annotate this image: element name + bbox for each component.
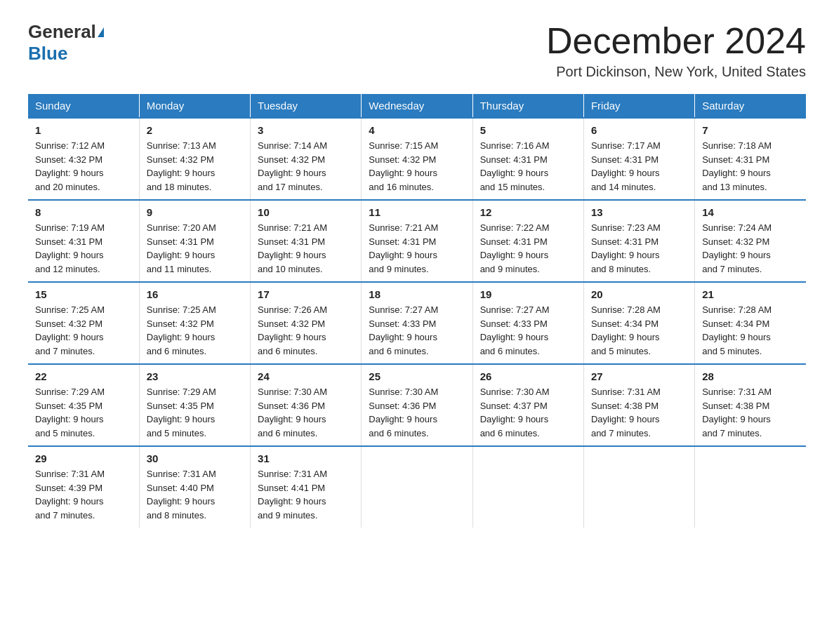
day-info: Sunrise: 7:25 AM Sunset: 4:32 PM Dayligh…: [35, 303, 132, 358]
day-number: 9: [147, 206, 243, 218]
day-info: Sunrise: 7:16 AM Sunset: 4:31 PM Dayligh…: [480, 139, 576, 194]
logo-general-text: General: [28, 21, 96, 43]
calendar-cell: [472, 446, 583, 528]
day-info: Sunrise: 7:28 AM Sunset: 4:34 PM Dayligh…: [591, 303, 687, 358]
day-info: Sunrise: 7:21 AM Sunset: 4:31 PM Dayligh…: [369, 221, 465, 276]
day-number: 6: [591, 124, 687, 136]
day-info: Sunrise: 7:31 AM Sunset: 4:41 PM Dayligh…: [258, 467, 354, 522]
day-number: 15: [35, 288, 132, 300]
day-info: Sunrise: 7:29 AM Sunset: 4:35 PM Dayligh…: [147, 385, 243, 440]
day-info: Sunrise: 7:25 AM Sunset: 4:32 PM Dayligh…: [147, 303, 243, 358]
day-info: Sunrise: 7:31 AM Sunset: 4:40 PM Dayligh…: [147, 467, 243, 522]
day-number: 17: [258, 288, 354, 300]
day-info: Sunrise: 7:24 AM Sunset: 4:32 PM Dayligh…: [702, 221, 799, 276]
day-info: Sunrise: 7:14 AM Sunset: 4:32 PM Dayligh…: [258, 139, 354, 194]
calendar-cell: 25Sunrise: 7:30 AM Sunset: 4:36 PM Dayli…: [362, 364, 472, 446]
calendar-cell: 3Sunrise: 7:14 AM Sunset: 4:32 PM Daylig…: [251, 118, 362, 200]
calendar-week-row: 15Sunrise: 7:25 AM Sunset: 4:32 PM Dayli…: [28, 282, 806, 364]
calendar-cell: 2Sunrise: 7:13 AM Sunset: 4:32 PM Daylig…: [139, 118, 250, 200]
calendar-cell: 28Sunrise: 7:31 AM Sunset: 4:38 PM Dayli…: [695, 364, 806, 446]
weekday-header-wednesday: Wednesday: [362, 94, 472, 118]
day-info: Sunrise: 7:23 AM Sunset: 4:31 PM Dayligh…: [591, 221, 687, 276]
day-number: 18: [369, 288, 465, 300]
calendar-cell: [695, 446, 806, 528]
calendar-cell: [362, 446, 472, 528]
calendar-cell: 19Sunrise: 7:27 AM Sunset: 4:33 PM Dayli…: [472, 282, 583, 364]
calendar-cell: 15Sunrise: 7:25 AM Sunset: 4:32 PM Dayli…: [28, 282, 139, 364]
weekday-header-row: SundayMondayTuesdayWednesdayThursdayFrid…: [28, 94, 806, 118]
calendar-table: SundayMondayTuesdayWednesdayThursdayFrid…: [28, 94, 806, 528]
calendar-cell: 18Sunrise: 7:27 AM Sunset: 4:33 PM Dayli…: [362, 282, 472, 364]
day-number: 24: [258, 370, 354, 382]
day-info: Sunrise: 7:15 AM Sunset: 4:32 PM Dayligh…: [369, 139, 465, 194]
day-info: Sunrise: 7:18 AM Sunset: 4:31 PM Dayligh…: [702, 139, 799, 194]
day-number: 16: [147, 288, 243, 300]
calendar-cell: 21Sunrise: 7:28 AM Sunset: 4:34 PM Dayli…: [695, 282, 806, 364]
day-number: 3: [258, 124, 354, 136]
day-number: 7: [702, 124, 799, 136]
calendar-cell: 13Sunrise: 7:23 AM Sunset: 4:31 PM Dayli…: [583, 200, 694, 282]
logo: General Blue: [28, 21, 104, 65]
day-number: 27: [591, 370, 687, 382]
weekday-header-saturday: Saturday: [695, 94, 806, 118]
day-number: 14: [702, 206, 799, 218]
day-number: 2: [147, 124, 243, 136]
day-number: 20: [591, 288, 687, 300]
day-info: Sunrise: 7:22 AM Sunset: 4:31 PM Dayligh…: [480, 221, 576, 276]
day-info: Sunrise: 7:26 AM Sunset: 4:32 PM Dayligh…: [258, 303, 354, 358]
day-number: 29: [35, 452, 132, 464]
logo-triangle-icon: [98, 27, 104, 37]
calendar-cell: [583, 446, 694, 528]
calendar-cell: 16Sunrise: 7:25 AM Sunset: 4:32 PM Dayli…: [139, 282, 250, 364]
calendar-cell: 9Sunrise: 7:20 AM Sunset: 4:31 PM Daylig…: [139, 200, 250, 282]
calendar-cell: 5Sunrise: 7:16 AM Sunset: 4:31 PM Daylig…: [472, 118, 583, 200]
calendar-cell: 4Sunrise: 7:15 AM Sunset: 4:32 PM Daylig…: [362, 118, 472, 200]
day-number: 1: [35, 124, 132, 136]
weekday-header-sunday: Sunday: [28, 94, 139, 118]
calendar-cell: 10Sunrise: 7:21 AM Sunset: 4:31 PM Dayli…: [251, 200, 362, 282]
location-subtitle: Port Dickinson, New York, United States: [546, 64, 806, 80]
day-number: 21: [702, 288, 799, 300]
weekday-header-monday: Monday: [139, 94, 250, 118]
day-info: Sunrise: 7:31 AM Sunset: 4:38 PM Dayligh…: [591, 385, 687, 440]
calendar-week-row: 8Sunrise: 7:19 AM Sunset: 4:31 PM Daylig…: [28, 200, 806, 282]
calendar-cell: 11Sunrise: 7:21 AM Sunset: 4:31 PM Dayli…: [362, 200, 472, 282]
weekday-header-thursday: Thursday: [472, 94, 583, 118]
calendar-cell: 1Sunrise: 7:12 AM Sunset: 4:32 PM Daylig…: [28, 118, 139, 200]
calendar-cell: 14Sunrise: 7:24 AM Sunset: 4:32 PM Dayli…: [695, 200, 806, 282]
day-number: 12: [480, 206, 576, 218]
day-number: 5: [480, 124, 576, 136]
calendar-cell: 8Sunrise: 7:19 AM Sunset: 4:31 PM Daylig…: [28, 200, 139, 282]
day-info: Sunrise: 7:30 AM Sunset: 4:36 PM Dayligh…: [369, 385, 465, 440]
day-number: 10: [258, 206, 354, 218]
day-info: Sunrise: 7:30 AM Sunset: 4:37 PM Dayligh…: [480, 385, 576, 440]
weekday-header-friday: Friday: [583, 94, 694, 118]
calendar-cell: 22Sunrise: 7:29 AM Sunset: 4:35 PM Dayli…: [28, 364, 139, 446]
day-info: Sunrise: 7:20 AM Sunset: 4:31 PM Dayligh…: [147, 221, 243, 276]
calendar-cell: 23Sunrise: 7:29 AM Sunset: 4:35 PM Dayli…: [139, 364, 250, 446]
day-info: Sunrise: 7:19 AM Sunset: 4:31 PM Dayligh…: [35, 221, 132, 276]
calendar-cell: 26Sunrise: 7:30 AM Sunset: 4:37 PM Dayli…: [472, 364, 583, 446]
day-info: Sunrise: 7:30 AM Sunset: 4:36 PM Dayligh…: [258, 385, 354, 440]
calendar-cell: 17Sunrise: 7:26 AM Sunset: 4:32 PM Dayli…: [251, 282, 362, 364]
day-number: 26: [480, 370, 576, 382]
day-number: 28: [702, 370, 799, 382]
day-info: Sunrise: 7:31 AM Sunset: 4:38 PM Dayligh…: [702, 385, 799, 440]
day-info: Sunrise: 7:17 AM Sunset: 4:31 PM Dayligh…: [591, 139, 687, 194]
day-number: 8: [35, 206, 132, 218]
page-header: General Blue December 2024 Port Dickinso…: [28, 21, 806, 80]
calendar-cell: 12Sunrise: 7:22 AM Sunset: 4:31 PM Dayli…: [472, 200, 583, 282]
day-number: 31: [258, 452, 354, 464]
day-info: Sunrise: 7:27 AM Sunset: 4:33 PM Dayligh…: [369, 303, 465, 358]
day-info: Sunrise: 7:21 AM Sunset: 4:31 PM Dayligh…: [258, 221, 354, 276]
day-number: 4: [369, 124, 465, 136]
day-number: 30: [147, 452, 243, 464]
day-info: Sunrise: 7:28 AM Sunset: 4:34 PM Dayligh…: [702, 303, 799, 358]
calendar-cell: 7Sunrise: 7:18 AM Sunset: 4:31 PM Daylig…: [695, 118, 806, 200]
calendar-cell: 24Sunrise: 7:30 AM Sunset: 4:36 PM Dayli…: [251, 364, 362, 446]
day-info: Sunrise: 7:13 AM Sunset: 4:32 PM Dayligh…: [147, 139, 243, 194]
day-number: 25: [369, 370, 465, 382]
calendar-week-row: 22Sunrise: 7:29 AM Sunset: 4:35 PM Dayli…: [28, 364, 806, 446]
month-title: December 2024: [546, 21, 806, 61]
day-info: Sunrise: 7:12 AM Sunset: 4:32 PM Dayligh…: [35, 139, 132, 194]
